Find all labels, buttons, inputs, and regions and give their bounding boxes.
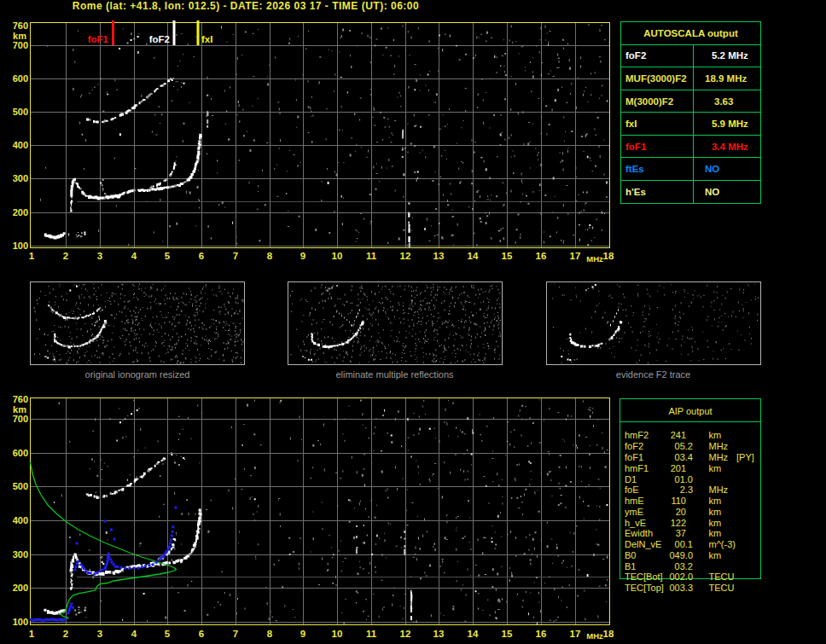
svg-text:h_vE: h_vE <box>625 518 646 528</box>
svg-text:ymE: ymE <box>625 507 643 517</box>
svg-text:700: 700 <box>13 40 28 50</box>
svg-text:D1: D1 <box>625 474 637 484</box>
svg-text:km: km <box>709 550 722 560</box>
svg-text:Ewidth: Ewidth <box>625 528 653 538</box>
svg-text:700: 700 <box>13 414 28 424</box>
svg-text:10: 10 <box>332 629 343 639</box>
svg-text:MUF(3000)F2: MUF(3000)F2 <box>625 73 687 84</box>
svg-text:ftEs: ftEs <box>625 164 644 174</box>
svg-text:foF2: foF2 <box>625 50 646 61</box>
svg-text:110: 110 <box>671 496 686 506</box>
svg-text:foF1: foF1 <box>625 452 643 462</box>
svg-text:18.9 MHz: 18.9 MHz <box>705 73 747 84</box>
svg-text:37: 37 <box>676 528 686 538</box>
svg-text:km: km <box>13 404 26 415</box>
svg-text:hmF2: hmF2 <box>625 430 649 440</box>
svg-text:2: 2 <box>63 629 68 639</box>
svg-text:foF2: foF2 <box>625 441 643 451</box>
svg-text:20: 20 <box>676 507 686 517</box>
svg-text:100: 100 <box>13 241 28 251</box>
svg-text:400: 400 <box>13 515 28 525</box>
svg-text:4: 4 <box>131 629 137 639</box>
svg-text:241: 241 <box>671 430 686 440</box>
svg-text:km: km <box>709 528 722 538</box>
svg-text:300: 300 <box>13 549 28 560</box>
svg-text:8: 8 <box>267 251 273 261</box>
svg-text:17: 17 <box>570 251 581 261</box>
svg-text:7: 7 <box>233 251 238 261</box>
svg-text:MHz: MHz <box>586 631 603 641</box>
svg-text:13: 13 <box>433 629 445 639</box>
svg-text:km: km <box>709 518 722 528</box>
svg-text:8: 8 <box>267 629 273 639</box>
svg-text:3.63: 3.63 <box>714 96 733 107</box>
svg-text:500: 500 <box>13 481 28 491</box>
svg-text:300: 300 <box>13 173 28 183</box>
svg-text:eliminate multiple reflections: eliminate multiple reflections <box>335 369 454 380</box>
svg-text:15: 15 <box>502 251 513 261</box>
svg-text:7: 7 <box>233 629 238 639</box>
svg-text:fxI: fxI <box>201 34 212 44</box>
svg-text:M(3000)F2: M(3000)F2 <box>625 96 673 107</box>
svg-text:MHz: MHz <box>709 441 729 451</box>
svg-text:MHz: MHz <box>709 452 729 462</box>
svg-text:km: km <box>709 496 722 506</box>
svg-text:km: km <box>709 507 722 517</box>
svg-text:16: 16 <box>536 251 547 261</box>
svg-text:DelN_vE: DelN_vE <box>625 539 661 549</box>
svg-text:400: 400 <box>13 140 28 150</box>
svg-text:12: 12 <box>400 251 411 261</box>
svg-text:9: 9 <box>300 629 305 639</box>
svg-text:foF2: foF2 <box>149 34 170 44</box>
svg-text:200: 200 <box>13 207 28 218</box>
svg-text:MHz: MHz <box>586 254 603 264</box>
svg-text:17: 17 <box>570 629 581 639</box>
svg-text:6: 6 <box>199 629 204 639</box>
svg-text:10: 10 <box>332 251 343 261</box>
svg-text:2.3: 2.3 <box>680 484 693 495</box>
svg-text:03.4: 03.4 <box>675 452 693 462</box>
svg-text:003.3: 003.3 <box>669 583 693 593</box>
svg-text:13: 13 <box>433 251 445 261</box>
svg-text:9: 9 <box>300 251 305 261</box>
svg-text:[PY]: [PY] <box>736 452 754 462</box>
svg-text:01.0: 01.0 <box>675 474 693 484</box>
svg-text:049.0: 049.0 <box>669 550 693 560</box>
svg-text:TECU: TECU <box>709 571 735 582</box>
svg-text:200: 200 <box>13 583 28 593</box>
svg-text:m^(-3): m^(-3) <box>709 539 736 549</box>
svg-text:km: km <box>13 31 26 41</box>
svg-text:fxI: fxI <box>625 119 637 129</box>
svg-text:16: 16 <box>536 629 547 639</box>
svg-text:TEC[Top]: TEC[Top] <box>625 583 664 593</box>
svg-text:5: 5 <box>165 251 171 261</box>
svg-text:evidence F2 trace: evidence F2 trace <box>616 369 690 380</box>
svg-text:002.0: 002.0 <box>669 571 693 582</box>
svg-text:hmE: hmE <box>625 496 644 506</box>
svg-text:11: 11 <box>366 629 377 639</box>
svg-text:3.4 MHz: 3.4 MHz <box>712 142 748 152</box>
svg-text:TECU: TECU <box>709 583 735 593</box>
svg-text:5: 5 <box>165 629 171 639</box>
svg-text:AIP output: AIP output <box>668 406 712 416</box>
svg-text:TEC[Bot]: TEC[Bot] <box>625 571 663 582</box>
svg-text:km: km <box>709 430 722 440</box>
svg-text:760: 760 <box>13 394 28 404</box>
svg-text:B1: B1 <box>625 561 636 571</box>
svg-text:00.1: 00.1 <box>675 539 693 549</box>
svg-text:05.2: 05.2 <box>675 441 693 451</box>
svg-text:18: 18 <box>603 251 614 261</box>
svg-text:1: 1 <box>29 251 35 261</box>
svg-text:6: 6 <box>199 251 204 261</box>
svg-text:foE: foE <box>625 484 639 495</box>
svg-text:km: km <box>709 463 722 473</box>
svg-text:original ionogram resized: original ionogram resized <box>85 369 190 380</box>
svg-text:5.2 MHz: 5.2 MHz <box>712 50 748 61</box>
svg-text:18: 18 <box>603 629 614 639</box>
svg-text:MHz: MHz <box>709 484 729 495</box>
svg-text:14: 14 <box>468 629 479 639</box>
svg-text:12: 12 <box>400 629 411 639</box>
svg-text:201: 201 <box>671 463 686 473</box>
svg-text:760: 760 <box>13 20 28 31</box>
svg-text:B0: B0 <box>625 550 636 560</box>
